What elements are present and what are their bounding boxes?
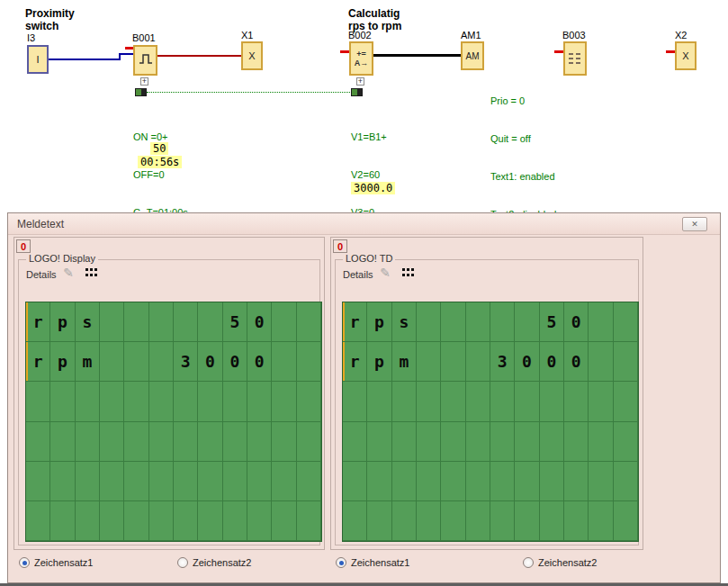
radio-display-zeichensatz1[interactable]: Zeichensatz1: [19, 557, 93, 568]
display-cell[interactable]: m: [392, 342, 417, 382]
display-cell[interactable]: [343, 382, 367, 421]
display-cell[interactable]: [247, 501, 272, 541]
display-cell[interactable]: r: [343, 342, 367, 382]
display-cell[interactable]: [272, 302, 296, 342]
display-cell[interactable]: [367, 501, 391, 541]
display-cell[interactable]: m: [76, 342, 100, 382]
display-cell[interactable]: [149, 382, 174, 421]
display-cell[interactable]: [272, 422, 296, 462]
display-cell[interactable]: [515, 422, 539, 462]
display-cell[interactable]: 5: [223, 302, 247, 342]
display-cell[interactable]: [297, 422, 321, 462]
display-cell[interactable]: [367, 422, 391, 462]
display-cell[interactable]: p: [50, 302, 75, 342]
display-cell[interactable]: [124, 342, 148, 382]
display-cell[interactable]: [174, 501, 198, 541]
expand-button[interactable]: +: [356, 77, 364, 86]
display-cell[interactable]: [50, 462, 75, 501]
display-cell[interactable]: [564, 422, 589, 462]
ticker-settings-button[interactable]: [84, 265, 100, 281]
display-cell[interactable]: [614, 462, 638, 501]
display-cell[interactable]: [124, 382, 148, 421]
display-cell[interactable]: [223, 382, 247, 421]
window-titlebar[interactable]: Meldetext ✕: [8, 213, 720, 235]
ticker-settings-button[interactable]: [400, 265, 417, 281]
display-cell[interactable]: [297, 342, 321, 382]
display-cell[interactable]: [223, 422, 247, 462]
display-cell[interactable]: [417, 422, 441, 462]
display-cell[interactable]: [417, 382, 441, 421]
display-cell[interactable]: [149, 501, 174, 541]
display-cell[interactable]: 0: [223, 342, 247, 382]
display-cell[interactable]: [466, 342, 490, 382]
radio-td-zeichensatz1[interactable]: Zeichensatz1: [336, 557, 409, 568]
display-cell[interactable]: [441, 382, 465, 421]
display-cell[interactable]: [174, 302, 198, 342]
display-cell[interactable]: [100, 422, 124, 462]
display-cell[interactable]: [297, 462, 321, 501]
display-cell[interactable]: [198, 382, 222, 421]
display-cell[interactable]: [124, 501, 148, 541]
display-cell[interactable]: p: [367, 342, 391, 382]
display-cell[interactable]: [343, 501, 367, 541]
display-cell[interactable]: [26, 501, 50, 541]
display-cell[interactable]: [367, 382, 391, 421]
display-cell[interactable]: 0: [198, 342, 222, 382]
display-cell[interactable]: [50, 422, 75, 462]
display-cell[interactable]: [100, 382, 124, 421]
edit-details-button[interactable]: ✎: [60, 265, 76, 281]
display-cell[interactable]: [76, 422, 100, 462]
display-cell[interactable]: [490, 422, 515, 462]
display-cell[interactable]: [367, 462, 391, 501]
close-button[interactable]: ✕: [682, 217, 707, 231]
display-cell[interactable]: [392, 501, 417, 541]
display-cell[interactable]: 0: [540, 342, 564, 382]
display-cell[interactable]: [441, 302, 465, 342]
display-cell[interactable]: [466, 382, 490, 421]
display-cell[interactable]: [515, 501, 539, 541]
block-b001[interactable]: [133, 45, 157, 76]
display-cell[interactable]: [26, 462, 50, 501]
expand-button[interactable]: +: [140, 77, 148, 86]
display-cell[interactable]: [515, 302, 539, 342]
display-cell[interactable]: [297, 382, 321, 421]
display-cell[interactable]: r: [26, 342, 50, 382]
lcd-display[interactable]: rps50rpm3000: [25, 302, 322, 542]
display-cell[interactable]: [589, 302, 613, 342]
display-cell[interactable]: [589, 422, 613, 462]
display-cell[interactable]: [297, 501, 321, 541]
display-cell[interactable]: [223, 501, 247, 541]
display-cell[interactable]: [26, 422, 50, 462]
display-cell[interactable]: [297, 302, 321, 342]
display-cell[interactable]: [272, 501, 296, 541]
display-cell[interactable]: [564, 382, 589, 421]
display-cell[interactable]: [100, 342, 124, 382]
edit-details-button[interactable]: ✎: [377, 265, 393, 281]
display-cell[interactable]: p: [367, 302, 391, 342]
display-cell[interactable]: [272, 462, 296, 501]
display-cell[interactable]: [515, 462, 539, 501]
display-cell[interactable]: [124, 462, 148, 501]
display-cell[interactable]: [100, 302, 124, 342]
display-cell[interactable]: [149, 422, 174, 462]
display-cell[interactable]: [466, 462, 490, 501]
display-cell[interactable]: 0: [564, 342, 589, 382]
display-cell[interactable]: [564, 501, 589, 541]
display-cell[interactable]: [589, 501, 613, 541]
display-cell[interactable]: 0: [247, 302, 272, 342]
display-cell[interactable]: [124, 422, 148, 462]
lcd-display[interactable]: rps50rpm3000: [342, 302, 639, 542]
display-cell[interactable]: [100, 462, 124, 501]
display-cell[interactable]: [466, 501, 490, 541]
display-cell[interactable]: 3: [174, 342, 198, 382]
display-cell[interactable]: [149, 462, 174, 501]
display-cell[interactable]: [490, 382, 515, 421]
display-cell[interactable]: [50, 382, 75, 421]
display-cell[interactable]: [466, 422, 490, 462]
display-cell[interactable]: [100, 501, 124, 541]
display-cell[interactable]: p: [50, 342, 75, 382]
block-x1[interactable]: X: [241, 41, 263, 70]
display-cell[interactable]: [272, 382, 296, 421]
display-cell[interactable]: [417, 302, 441, 342]
display-cell[interactable]: [614, 422, 638, 462]
